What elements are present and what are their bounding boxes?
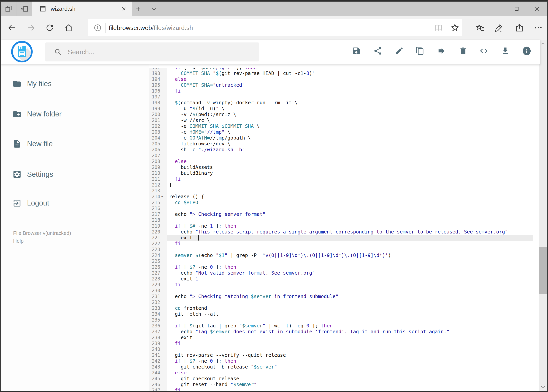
code-line: echo "> Checking semver format" xyxy=(169,211,265,217)
page-info-icon[interactable] xyxy=(93,23,102,32)
filebrowser-logo xyxy=(11,41,33,63)
line-number: 192 xyxy=(149,68,160,70)
code-line: COMMIT_SHA="untracked" xyxy=(169,82,245,88)
web-note-icon[interactable] xyxy=(494,23,504,33)
code-line: else xyxy=(169,159,187,164)
line-number: 201 xyxy=(149,117,160,123)
line-number: 246 xyxy=(149,382,160,387)
download-icon[interactable] xyxy=(501,46,510,55)
save-icon[interactable] xyxy=(352,46,361,55)
code-line: $(command -v winpty) docker run --rm -it… xyxy=(169,100,298,106)
tab-title: wizard.sh xyxy=(51,6,76,12)
tab-dropdown-icon[interactable] xyxy=(151,6,157,12)
sidebar-item-new-folder[interactable]: New folder xyxy=(1,103,149,125)
url-host: filebrowser.web xyxy=(109,24,152,31)
code-editor[interactable]: 192 if [ -d "$REPO/.git" ]; then193 COMM… xyxy=(149,68,540,391)
share-icon[interactable] xyxy=(515,23,524,33)
code-line: if [ $? -ne 0 ]; then xyxy=(169,358,236,364)
help-link[interactable]: Help xyxy=(13,238,23,244)
line-number: 209 xyxy=(149,164,160,170)
tab-page-icon xyxy=(39,5,46,12)
back-icon[interactable] xyxy=(7,23,16,33)
code-line: git fetch --all xyxy=(169,311,219,317)
code-line: buildAssets xyxy=(169,164,213,170)
line-number: 236 xyxy=(149,323,160,329)
scroll-down-icon[interactable] xyxy=(540,384,546,390)
code-line: -e HOME="//tmp" \ xyxy=(169,129,230,135)
close-tab-icon[interactable] xyxy=(121,6,127,12)
sidebar-item-my-files[interactable]: My files xyxy=(1,73,149,95)
line-number: 221 xyxy=(149,235,160,241)
line-number: 200 xyxy=(149,112,160,117)
set-tabs-aside-icon xyxy=(21,5,28,13)
forward-icon[interactable] xyxy=(26,23,36,33)
new-folder-icon xyxy=(1,110,21,119)
code-line: -e COMMIT_SHA=$COMMIT_SHA \ xyxy=(169,123,260,129)
delete-icon[interactable] xyxy=(458,46,468,55)
search-input[interactable] xyxy=(68,48,244,56)
line-number: 202 xyxy=(149,123,160,129)
url-bar[interactable]: filebrowser.web/files/wizard.sh xyxy=(88,19,462,36)
set-tabs-aside-button[interactable] xyxy=(17,1,32,16)
line-number: 214 xyxy=(149,194,160,200)
code-line: exit 1 xyxy=(169,335,198,341)
line-number: 206 xyxy=(149,147,160,153)
new-tab-icon[interactable] xyxy=(135,6,142,12)
code-line: if [ $? -ne 0 ]; then xyxy=(169,264,236,270)
line-number: 247 xyxy=(149,387,160,391)
settings-icon xyxy=(1,170,21,179)
line-number: 237 xyxy=(149,329,160,335)
code-line: echo "> Checking matching $semver in fro… xyxy=(169,294,339,299)
code-line: else xyxy=(169,370,187,376)
refresh-icon[interactable] xyxy=(45,23,54,33)
line-number: 231 xyxy=(149,294,160,299)
maximize-button[interactable] xyxy=(506,1,527,16)
code-line: buildBinary xyxy=(169,170,213,176)
line-number: 204 xyxy=(149,135,160,141)
scroll-up-icon[interactable] xyxy=(540,41,546,46)
share-file-icon[interactable] xyxy=(373,46,382,55)
code-line: fi xyxy=(169,88,181,94)
line-number: 238 xyxy=(149,335,160,341)
tab-preview-button[interactable] xyxy=(1,1,16,16)
line-number: 207 xyxy=(149,153,160,159)
logout-icon xyxy=(1,199,21,208)
line-number: 240 xyxy=(149,346,160,352)
info-icon[interactable] xyxy=(522,46,531,55)
line-number: 226 xyxy=(149,264,160,270)
scrollbar-thumb[interactable] xyxy=(539,247,547,294)
line-number: 230 xyxy=(149,288,160,294)
reading-view-icon[interactable] xyxy=(434,23,443,32)
edit-icon[interactable] xyxy=(395,46,404,55)
code-line: if [ $(git tag | grep "$semver" | wc -l)… xyxy=(169,323,333,329)
line-number: 212 xyxy=(149,182,160,188)
search-bar[interactable] xyxy=(45,42,259,62)
copy-icon[interactable] xyxy=(416,46,424,55)
home-icon[interactable] xyxy=(64,23,74,33)
more-options-icon[interactable] xyxy=(534,23,543,33)
line-number: 216 xyxy=(149,205,160,211)
line-number: 242 xyxy=(149,358,160,364)
line-number: 232 xyxy=(149,299,160,305)
hub-icon[interactable] xyxy=(476,23,485,33)
code-line: cd $REPO xyxy=(169,200,198,205)
sidebar-item-settings[interactable]: Settings xyxy=(1,164,149,185)
line-number: 229 xyxy=(149,282,160,288)
sidebar-item-new-file[interactable]: New file xyxy=(1,133,149,155)
vertical-scrollbar[interactable] xyxy=(539,40,547,391)
fold-marker-icon[interactable]: ▾ xyxy=(161,194,166,200)
line-number: 223 xyxy=(149,247,160,252)
close-window-button[interactable] xyxy=(527,1,547,16)
move-icon[interactable] xyxy=(437,46,446,55)
code-line: filebrowser/dev \ xyxy=(169,141,230,147)
sidebar-item-logout[interactable]: Logout xyxy=(1,192,149,214)
line-number: 199 xyxy=(149,106,160,112)
favorite-star-icon[interactable] xyxy=(450,23,460,33)
tab-wizard-sh[interactable]: wizard.sh xyxy=(32,1,132,16)
code-line: COMMIT_SHA="$(git rev-parse HEAD | cut -… xyxy=(169,70,315,76)
browser-window: wizard.sh xyxy=(0,0,548,392)
minimize-button[interactable] xyxy=(486,1,506,16)
line-number: 195 xyxy=(149,82,160,88)
code-icon[interactable] xyxy=(479,46,488,55)
line-number: 220 xyxy=(149,229,160,235)
